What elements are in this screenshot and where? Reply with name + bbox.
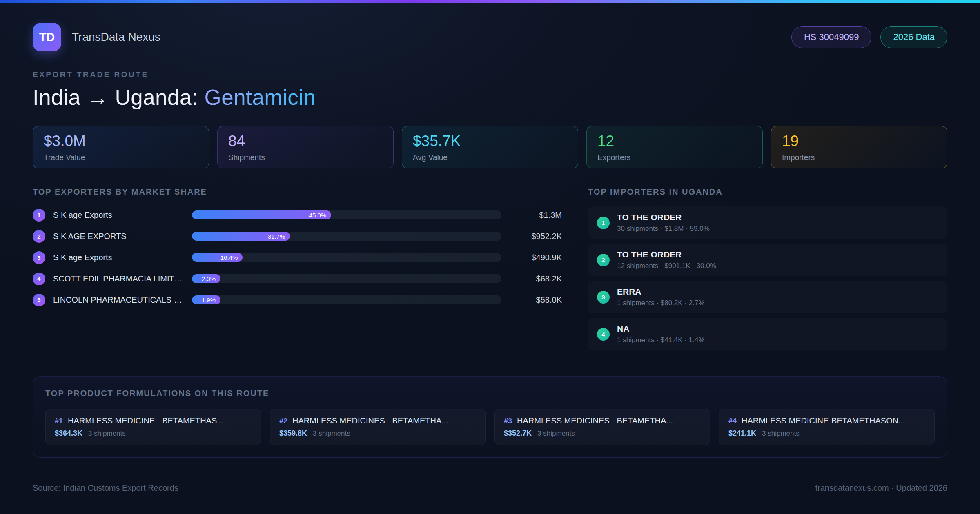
formulation-shipments: 3 shipments [88, 430, 126, 438]
exporter-name: S K AGE EXPORTS [53, 232, 185, 241]
stat-value: 84 [228, 133, 383, 150]
formulation-shipments: 3 shipments [313, 430, 350, 438]
rank-badge: 4 [597, 328, 610, 341]
stat-label: Exporters [597, 153, 752, 162]
formulation-name: HARMLESS MEDICINES - BETAMETHA... [292, 416, 448, 425]
page-title: India → Uganda: Gentamicin [33, 85, 947, 110]
content-columns: TOP EXPORTERS BY MARKET SHARE 1 S K age … [33, 187, 947, 355]
stat-label: Avg Value [413, 153, 567, 162]
formulation-card: #1 HARMLESS MEDICINE - BETAMETHAS... $36… [45, 409, 261, 445]
market-share-bar: 45.0% [192, 210, 501, 219]
exporters-section: TOP EXPORTERS BY MARKET SHARE 1 S K age … [33, 187, 562, 314]
market-share-percent: 31.7% [268, 233, 285, 240]
exporters-list: 1 S K age Exports 45.0% $1.3M 2 S K AGE … [33, 208, 562, 307]
market-share-percent: 1.9% [202, 297, 216, 304]
exporter-value: $1.3M [508, 210, 562, 220]
header-badges: HS 30049099 2026 Data [791, 26, 947, 48]
exporter-name: SCOTT EDIL PHARMACIA LIMITED [53, 274, 185, 284]
rank-badge: 3 [597, 291, 610, 304]
footer: Source: Indian Customs Export Records tr… [33, 472, 947, 493]
page-title-main: India → Uganda: [33, 85, 204, 109]
footer-source: Source: Indian Customs Export Records [33, 483, 178, 493]
stat-card-trade-value: $3.0M Trade Value [33, 126, 209, 168]
market-share-percent: 16.4% [220, 254, 238, 261]
exporter-row: 5 LINCOLN PHARMACEUTICALS LTD 1.9% $58.0… [33, 293, 562, 307]
exporter-row: 3 S K age Exports 16.4% $490.9K [33, 250, 562, 264]
eyebrow-label: EXPORT TRADE ROUTE [33, 70, 947, 79]
formulation-rank: #4 [728, 417, 737, 425]
importer-detail: 12 shipments · $901.1K · 30.0% [617, 262, 716, 270]
top-accent-bar [0, 0, 980, 3]
formulations-panel: TOP PRODUCT FORMULATIONS ON THIS ROUTE #… [33, 376, 947, 458]
formulation-value: $364.3K [55, 429, 82, 438]
exporter-row: 1 S K age Exports 45.0% $1.3M [33, 208, 562, 222]
rank-badge: 2 [597, 254, 610, 266]
importer-card: 3 ERRA 1 shipments · $80.2K · 2.7% [588, 281, 947, 313]
importer-name: ERRA [617, 287, 705, 297]
year-badge[interactable]: 2026 Data [880, 26, 947, 48]
market-share-bar-fill: 1.9% [192, 295, 220, 304]
exporter-value: $952.2K [508, 232, 562, 241]
stat-label: Shipments [228, 153, 383, 162]
formulation-rank: #3 [504, 417, 512, 425]
market-share-bar-fill: 16.4% [192, 253, 243, 262]
stat-card-importers: 19 Importers [771, 126, 947, 168]
importer-detail: 1 shipments · $80.2K · 2.7% [617, 299, 705, 307]
formulation-card: #4 HARMLESS MEDICINE-BETAMETHASON... $24… [719, 409, 935, 445]
market-share-bar-fill: 2.3% [192, 274, 220, 283]
header: TD TransData Nexus HS 30049099 2026 Data [33, 23, 947, 51]
formulation-shipments: 3 shipments [537, 430, 575, 438]
stat-card-avg-value: $35.7K Avg Value [402, 126, 578, 168]
importers-title: TOP IMPORTERS IN UGANDA [588, 187, 947, 197]
exporter-value: $490.9K [508, 253, 562, 262]
formulation-card: #2 HARMLESS MEDICINES - BETAMETHA... $35… [270, 409, 486, 445]
formulation-name: HARMLESS MEDICINES - BETAMETHA... [517, 416, 673, 425]
exporter-row: 2 S K AGE EXPORTS 31.7% $952.2K [33, 229, 562, 243]
brand[interactable]: TD TransData Nexus [33, 23, 160, 51]
stat-card-exporters: 12 Exporters [586, 126, 763, 168]
stat-label: Trade Value [44, 153, 198, 162]
importer-card: 4 NA 1 shipments · $41.4K · 1.4% [588, 318, 947, 350]
market-share-bar: 1.9% [192, 295, 501, 304]
formulation-card: #3 HARMLESS MEDICINES - BETAMETHA... $35… [494, 409, 710, 445]
stat-value: 12 [597, 133, 752, 150]
stat-value: 19 [782, 133, 936, 150]
formulations-title: TOP PRODUCT FORMULATIONS ON THIS ROUTE [45, 389, 935, 398]
importer-name: TO THE ORDER [617, 213, 710, 222]
exporter-row: 4 SCOTT EDIL PHARMACIA LIMITED 2.3% $68.… [33, 272, 562, 286]
market-share-bar-fill: 45.0% [192, 210, 331, 219]
rank-badge: 1 [33, 209, 45, 222]
formulation-value: $359.8K [279, 429, 307, 438]
exporter-name: LINCOLN PHARMACEUTICALS LTD [53, 295, 185, 305]
importer-detail: 1 shipments · $41.4K · 1.4% [617, 336, 705, 344]
formulation-shipments: 3 shipments [762, 430, 800, 438]
formulation-name: HARMLESS MEDICINE-BETAMETHASON... [742, 416, 905, 425]
market-share-bar: 31.7% [192, 232, 501, 241]
importer-name: TO THE ORDER [617, 250, 716, 259]
rank-badge: 5 [33, 294, 45, 306]
formulations-grid: #1 HARMLESS MEDICINE - BETAMETHAS... $36… [45, 409, 935, 445]
formulation-name: HARMLESS MEDICINE - BETAMETHAS... [68, 416, 224, 425]
page-container: TD TransData Nexus HS 30049099 2026 Data… [0, 23, 980, 493]
rank-badge: 1 [597, 217, 610, 229]
importer-card: 2 TO THE ORDER 12 shipments · $901.1K · … [588, 244, 947, 276]
exporter-value: $58.0K [508, 295, 562, 305]
importer-name: NA [617, 324, 705, 334]
exporters-title: TOP EXPORTERS BY MARKET SHARE [33, 187, 562, 197]
formulation-rank: #2 [279, 417, 287, 425]
stat-card-shipments: 84 Shipments [217, 126, 394, 168]
stats-row: $3.0M Trade Value 84 Shipments $35.7K Av… [33, 126, 947, 168]
market-share-bar: 16.4% [192, 253, 501, 262]
formulation-value: $352.7K [504, 429, 532, 438]
exporter-name: S K age Exports [53, 210, 185, 220]
importer-card: 1 TO THE ORDER 30 shipments · $1.8M · 59… [588, 206, 947, 239]
importers-section: TOP IMPORTERS IN UGANDA 1 TO THE ORDER 3… [588, 187, 947, 355]
rank-badge: 3 [33, 251, 45, 264]
stat-label: Importers [782, 153, 936, 162]
hs-code-badge[interactable]: HS 30049099 [791, 26, 872, 48]
formulation-value: $241.1K [728, 429, 756, 438]
footer-site-link[interactable]: transdatanexus.com · Updated 2026 [815, 483, 947, 493]
brand-logo[interactable]: TD [33, 23, 61, 51]
market-share-bar-fill: 31.7% [192, 232, 290, 241]
market-share-percent: 45.0% [309, 212, 327, 219]
